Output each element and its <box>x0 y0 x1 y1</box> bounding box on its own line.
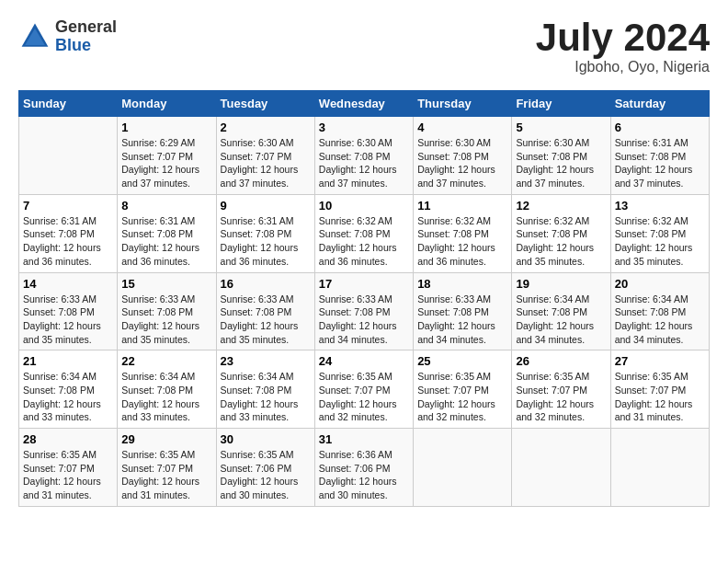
calendar-cell: 24Sunrise: 6:35 AM Sunset: 7:07 PM Dayli… <box>314 350 413 429</box>
calendar-cell: 1Sunrise: 6:29 AM Sunset: 7:07 PM Daylig… <box>118 117 216 195</box>
day-number: 19 <box>516 277 606 291</box>
day-number: 10 <box>319 199 409 213</box>
calendar-cell: 13Sunrise: 6:32 AM Sunset: 7:08 PM Dayli… <box>610 194 709 272</box>
calendar-cell: 2Sunrise: 6:30 AM Sunset: 7:07 PM Daylig… <box>216 117 314 195</box>
day-info: Sunrise: 6:34 AM Sunset: 7:08 PM Dayligh… <box>615 293 705 347</box>
calendar-cell: 22Sunrise: 6:34 AM Sunset: 7:08 PM Dayli… <box>118 350 216 429</box>
calendar-cell: 26Sunrise: 6:35 AM Sunset: 7:07 PM Dayli… <box>512 350 610 429</box>
day-number: 15 <box>121 277 211 291</box>
day-info: Sunrise: 6:31 AM Sunset: 7:08 PM Dayligh… <box>615 136 705 190</box>
calendar-cell: 12Sunrise: 6:32 AM Sunset: 7:08 PM Dayli… <box>512 194 610 272</box>
day-info: Sunrise: 6:34 AM Sunset: 7:08 PM Dayligh… <box>23 370 113 424</box>
day-number: 14 <box>23 277 113 291</box>
calendar-cell: 29Sunrise: 6:35 AM Sunset: 7:07 PM Dayli… <box>118 429 216 507</box>
day-number: 12 <box>516 199 606 213</box>
day-number: 21 <box>23 354 113 368</box>
day-info: Sunrise: 6:33 AM Sunset: 7:08 PM Dayligh… <box>319 293 409 347</box>
day-number: 29 <box>121 432 211 446</box>
day-info: Sunrise: 6:32 AM Sunset: 7:08 PM Dayligh… <box>417 214 507 269</box>
calendar-cell: 4Sunrise: 6:30 AM Sunset: 7:08 PM Daylig… <box>414 117 512 195</box>
calendar-cell: 6Sunrise: 6:31 AM Sunset: 7:08 PM Daylig… <box>610 117 709 195</box>
day-number: 2 <box>221 121 311 134</box>
day-info: Sunrise: 6:32 AM Sunset: 7:08 PM Dayligh… <box>319 214 409 269</box>
calendar-cell: 7Sunrise: 6:31 AM Sunset: 7:08 PM Daylig… <box>19 194 118 272</box>
day-number: 1 <box>121 121 211 134</box>
month-year-title: July 2024 <box>536 18 710 57</box>
day-info: Sunrise: 6:33 AM Sunset: 7:08 PM Dayligh… <box>23 293 113 347</box>
day-info: Sunrise: 6:30 AM Sunset: 7:08 PM Dayligh… <box>417 136 507 190</box>
calendar-week-row: 7Sunrise: 6:31 AM Sunset: 7:08 PM Daylig… <box>19 194 710 272</box>
calendar-cell: 5Sunrise: 6:30 AM Sunset: 7:08 PM Daylig… <box>512 117 610 195</box>
day-number: 31 <box>319 432 409 446</box>
calendar-cell: 21Sunrise: 6:34 AM Sunset: 7:08 PM Dayli… <box>19 350 118 429</box>
day-number: 18 <box>417 277 507 291</box>
calendar-cell: 31Sunrise: 6:36 AM Sunset: 7:06 PM Dayli… <box>314 429 413 507</box>
day-number: 17 <box>319 277 409 291</box>
calendar-cell: 30Sunrise: 6:35 AM Sunset: 7:06 PM Dayli… <box>216 429 314 507</box>
header-monday: Monday <box>118 91 216 117</box>
header-tuesday: Tuesday <box>216 91 314 117</box>
header-thursday: Thursday <box>414 91 512 117</box>
day-number: 26 <box>516 354 606 368</box>
day-info: Sunrise: 6:34 AM Sunset: 7:08 PM Dayligh… <box>121 370 211 424</box>
calendar-cell: 14Sunrise: 6:33 AM Sunset: 7:08 PM Dayli… <box>19 272 118 350</box>
logo-blue-text: Blue <box>55 36 91 54</box>
calendar-cell: 9Sunrise: 6:31 AM Sunset: 7:08 PM Daylig… <box>216 194 314 272</box>
day-info: Sunrise: 6:30 AM Sunset: 7:08 PM Dayligh… <box>319 136 409 190</box>
day-info: Sunrise: 6:32 AM Sunset: 7:08 PM Dayligh… <box>615 214 705 269</box>
day-number: 28 <box>23 432 113 446</box>
day-info: Sunrise: 6:32 AM Sunset: 7:08 PM Dayligh… <box>516 214 606 269</box>
day-info: Sunrise: 6:33 AM Sunset: 7:08 PM Dayligh… <box>221 293 311 347</box>
day-info: Sunrise: 6:35 AM Sunset: 7:07 PM Dayligh… <box>516 370 606 424</box>
calendar-cell: 3Sunrise: 6:30 AM Sunset: 7:08 PM Daylig… <box>314 117 413 195</box>
day-info: Sunrise: 6:36 AM Sunset: 7:06 PM Dayligh… <box>319 448 409 502</box>
day-number: 13 <box>615 199 705 213</box>
day-info: Sunrise: 6:31 AM Sunset: 7:08 PM Dayligh… <box>121 214 211 269</box>
day-number: 27 <box>615 354 705 368</box>
calendar-cell <box>19 117 118 195</box>
day-info: Sunrise: 6:30 AM Sunset: 7:07 PM Dayligh… <box>221 136 311 190</box>
calendar-week-row: 28Sunrise: 6:35 AM Sunset: 7:07 PM Dayli… <box>19 429 710 507</box>
header-friday: Friday <box>512 91 610 117</box>
location-text: Igboho, Oyo, Nigeria <box>536 59 710 75</box>
calendar-cell: 25Sunrise: 6:35 AM Sunset: 7:07 PM Dayli… <box>414 350 512 429</box>
calendar-week-row: 14Sunrise: 6:33 AM Sunset: 7:08 PM Dayli… <box>19 272 710 350</box>
day-number: 24 <box>319 354 409 368</box>
day-info: Sunrise: 6:35 AM Sunset: 7:06 PM Dayligh… <box>221 448 311 502</box>
day-number: 11 <box>417 199 507 213</box>
day-info: Sunrise: 6:33 AM Sunset: 7:08 PM Dayligh… <box>417 293 507 347</box>
calendar-cell: 15Sunrise: 6:33 AM Sunset: 7:08 PM Dayli… <box>118 272 216 350</box>
logo: General Blue <box>18 18 117 55</box>
day-info: Sunrise: 6:35 AM Sunset: 7:07 PM Dayligh… <box>23 448 113 502</box>
day-info: Sunrise: 6:35 AM Sunset: 7:07 PM Dayligh… <box>319 370 409 424</box>
day-number: 6 <box>615 121 705 134</box>
calendar-cell: 18Sunrise: 6:33 AM Sunset: 7:08 PM Dayli… <box>414 272 512 350</box>
calendar-header-row: SundayMondayTuesdayWednesdayThursdayFrid… <box>19 91 710 117</box>
calendar-table: SundayMondayTuesdayWednesdayThursdayFrid… <box>18 90 710 507</box>
day-number: 22 <box>121 354 211 368</box>
calendar-cell: 19Sunrise: 6:34 AM Sunset: 7:08 PM Dayli… <box>512 272 610 350</box>
calendar-cell <box>512 429 610 507</box>
day-number: 3 <box>319 121 409 134</box>
day-info: Sunrise: 6:33 AM Sunset: 7:08 PM Dayligh… <box>121 293 211 347</box>
page-header: General Blue July 2024 Igboho, Oyo, Nige… <box>18 18 710 75</box>
day-info: Sunrise: 6:34 AM Sunset: 7:08 PM Dayligh… <box>516 293 606 347</box>
day-info: Sunrise: 6:29 AM Sunset: 7:07 PM Dayligh… <box>121 136 211 190</box>
header-sunday: Sunday <box>19 91 118 117</box>
day-number: 5 <box>516 121 606 134</box>
calendar-week-row: 1Sunrise: 6:29 AM Sunset: 7:07 PM Daylig… <box>19 117 710 195</box>
title-block: July 2024 Igboho, Oyo, Nigeria <box>536 18 710 75</box>
calendar-cell <box>610 429 709 507</box>
day-info: Sunrise: 6:35 AM Sunset: 7:07 PM Dayligh… <box>121 448 211 502</box>
calendar-cell: 23Sunrise: 6:34 AM Sunset: 7:08 PM Dayli… <box>216 350 314 429</box>
calendar-cell: 8Sunrise: 6:31 AM Sunset: 7:08 PM Daylig… <box>118 194 216 272</box>
day-info: Sunrise: 6:34 AM Sunset: 7:08 PM Dayligh… <box>221 370 311 424</box>
logo-general-text: General <box>55 17 117 36</box>
calendar-cell: 10Sunrise: 6:32 AM Sunset: 7:08 PM Dayli… <box>314 194 413 272</box>
calendar-cell: 11Sunrise: 6:32 AM Sunset: 7:08 PM Dayli… <box>414 194 512 272</box>
day-info: Sunrise: 6:31 AM Sunset: 7:08 PM Dayligh… <box>23 214 113 269</box>
day-info: Sunrise: 6:35 AM Sunset: 7:07 PM Dayligh… <box>615 370 705 424</box>
calendar-cell <box>414 429 512 507</box>
day-number: 4 <box>417 121 507 134</box>
day-info: Sunrise: 6:35 AM Sunset: 7:07 PM Dayligh… <box>417 370 507 424</box>
